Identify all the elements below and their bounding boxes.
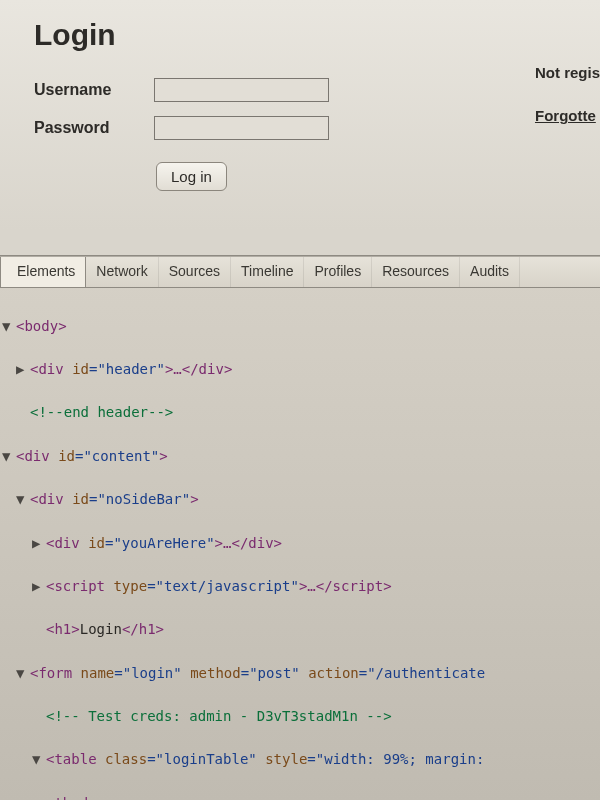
dom-tree[interactable]: ▼<body> ▶<div id="header">…</div> <!--en…	[0, 288, 600, 800]
devtools-tabs: Elements Network Sources Timeline Profil…	[0, 256, 600, 288]
tab-timeline[interactable]: Timeline	[231, 257, 304, 287]
login-page: Login Username Password Log in Not regis…	[0, 0, 600, 256]
tab-resources[interactable]: Resources	[372, 257, 460, 287]
tab-sources[interactable]: Sources	[159, 257, 231, 287]
password-input[interactable]	[154, 116, 329, 140]
test-creds-comment: <!-- Test creds: admin - D3vT3stadM1n --…	[46, 708, 392, 724]
username-label: Username	[34, 81, 134, 99]
tab-network[interactable]: Network	[86, 257, 158, 287]
login-button-row: Log in	[156, 162, 578, 191]
login-button[interactable]: Log in	[156, 162, 227, 191]
forgotten-link[interactable]: Forgotte	[535, 107, 600, 124]
page-title: Login	[34, 18, 578, 52]
tab-profiles[interactable]: Profiles	[304, 257, 372, 287]
devtools-panel: Elements Network Sources Timeline Profil…	[0, 256, 600, 800]
side-links: Not regis Forgotte	[535, 64, 600, 124]
username-row: Username	[34, 78, 578, 102]
username-input[interactable]	[154, 78, 329, 102]
tab-audits[interactable]: Audits	[460, 257, 520, 287]
password-row: Password	[34, 116, 578, 140]
password-label: Password	[34, 119, 134, 137]
tab-elements[interactable]: Elements	[0, 257, 86, 287]
not-registered-text: Not regis	[535, 64, 600, 81]
